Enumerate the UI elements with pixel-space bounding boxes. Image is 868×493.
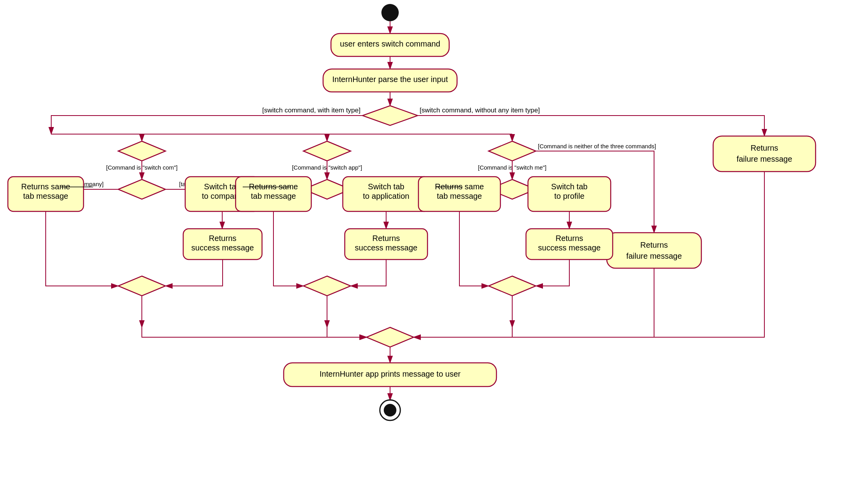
start-circle — [381, 4, 399, 21]
returns-failure-bottom-text-2: failure message — [626, 252, 682, 260]
merge-app-diamond — [303, 276, 351, 296]
returns-success-com-text-2: success message — [191, 243, 254, 252]
returns-same-tab-me-text-1: Returns same — [435, 182, 484, 191]
main-decision-diamond — [362, 106, 418, 125]
parse-text: InternHunter parse the user input — [332, 75, 448, 84]
arrow-me-to-final — [414, 327, 512, 337]
arrow-right-main — [418, 116, 764, 136]
print-message-text: InternHunter app prints message to user — [320, 370, 461, 378]
returns-failure-top-text-1: Returns — [751, 144, 778, 152]
arrow-success-com-to-merge — [165, 260, 223, 286]
returns-same-tab-com-text-2: tab message — [23, 192, 69, 200]
final-merge-diamond — [366, 327, 414, 347]
cmd-neither-label: [Command is neither of the three command… — [538, 143, 656, 149]
returns-same-tab-app-text-1: Returns same — [249, 182, 298, 191]
returns-success-me-text-2: success message — [538, 243, 601, 252]
switch-com-diamond — [118, 141, 165, 161]
switch-without-type-label: [switch command, without any item type] — [420, 106, 540, 114]
returns-failure-top-box — [713, 136, 816, 172]
arrow-left-main — [51, 116, 362, 134]
user-enters-switch-text: user enters switch command — [340, 39, 441, 48]
tab-company-diamond — [118, 179, 165, 199]
returns-same-tab-me-text-2: tab message — [437, 192, 482, 200]
merge-me-diamond — [489, 276, 536, 296]
arrow-same-tab-com-to-merge — [46, 211, 118, 286]
returns-success-me-text-1: Returns — [556, 234, 583, 243]
end-inner-circle — [384, 404, 396, 416]
merge-com-diamond — [118, 276, 165, 296]
returns-failure-bottom-text-1: Returns — [640, 241, 668, 249]
returns-failure-bottom-box — [607, 233, 701, 268]
switch-tab-app-text-1: Switch tab — [368, 182, 404, 191]
returns-same-tab-com-text-1: Returns same — [21, 182, 71, 191]
returns-success-com-text-1: Returns — [209, 234, 236, 243]
returns-success-app-text-1: Returns — [372, 234, 400, 243]
switch-tab-app-text-2: to application — [363, 192, 409, 200]
returns-success-app-text-2: success message — [355, 243, 418, 252]
returns-same-tab-app-text-2: tab message — [251, 192, 296, 200]
switch-me-diamond — [489, 141, 536, 161]
arrow-same-tab-app-to-merge — [273, 211, 303, 286]
arrow-com-to-final — [142, 327, 366, 337]
arrow-failure-bottom-to-final — [414, 268, 654, 337]
arrow-success-me-to-merge — [536, 260, 569, 286]
switch-tab-profile-text-2: to profile — [554, 192, 585, 200]
arrow-same-tab-me-to-merge — [459, 211, 489, 286]
switch-tab-company-text-1: Switch tab — [204, 182, 240, 191]
switch-with-type-label: [switch command, with item type] — [262, 106, 361, 114]
returns-failure-top-text-2: failure message — [736, 155, 792, 163]
arrow-success-app-to-merge — [351, 260, 386, 286]
switch-tab-profile-text-1: Switch tab — [551, 182, 587, 191]
switch-app-diamond — [303, 141, 351, 161]
arrow-app-to-final — [327, 327, 366, 337]
